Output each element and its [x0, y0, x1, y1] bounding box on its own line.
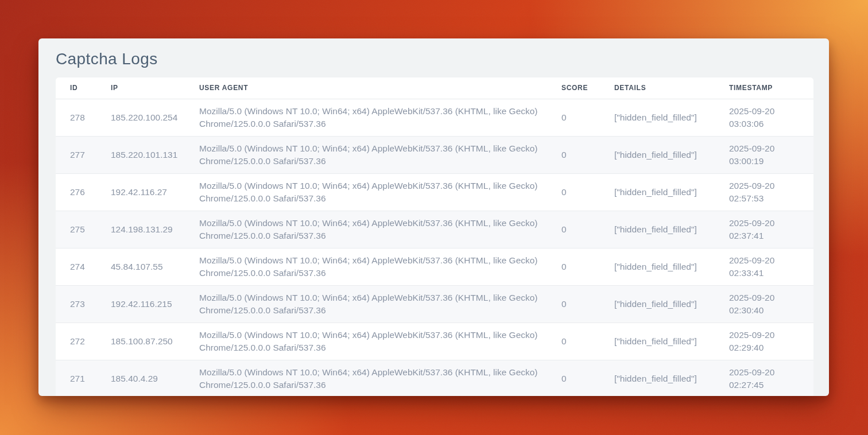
- cell-details: ["hidden_field_filled"]: [614, 99, 729, 136]
- cell-details: ["hidden_field_filled"]: [614, 136, 729, 173]
- cell-id: 271: [56, 360, 111, 396]
- cell-user-agent: Mozilla/5.0 (Windows NT 10.0; Win64; x64…: [199, 99, 561, 136]
- column-header-details: DETAILS: [614, 77, 729, 99]
- cell-ip: 185.100.87.250: [111, 323, 199, 360]
- cell-details: ["hidden_field_filled"]: [614, 285, 729, 323]
- cell-score: 0: [561, 248, 614, 285]
- cell-score: 0: [561, 323, 614, 360]
- cell-id: 272: [56, 323, 111, 360]
- cell-timestamp: 2025-09-20 02:30:40: [729, 285, 813, 323]
- cell-details: ["hidden_field_filled"]: [614, 248, 729, 285]
- cell-user-agent: Mozilla/5.0 (Windows NT 10.0; Win64; x64…: [199, 136, 561, 173]
- cell-ip: 192.42.116.215: [111, 285, 199, 323]
- cell-user-agent: Mozilla/5.0 (Windows NT 10.0; Win64; x64…: [199, 323, 561, 360]
- table-row: 271 185.40.4.29 Mozilla/5.0 (Windows NT …: [56, 360, 813, 396]
- cell-timestamp: 2025-09-20 02:27:45: [729, 360, 813, 396]
- captcha-logs-table: ID IP USER AGENT SCORE DETAILS TIMESTAMP…: [56, 77, 813, 396]
- table-row: 277 185.220.101.131 Mozilla/5.0 (Windows…: [56, 136, 813, 173]
- table-row: 272 185.100.87.250 Mozilla/5.0 (Windows …: [56, 323, 813, 360]
- cell-user-agent: Mozilla/5.0 (Windows NT 10.0; Win64; x64…: [199, 173, 561, 211]
- cell-ip: 124.198.131.29: [111, 211, 199, 248]
- cell-details: ["hidden_field_filled"]: [614, 173, 729, 211]
- cell-id: 276: [56, 173, 111, 211]
- table-row: 273 192.42.116.215 Mozilla/5.0 (Windows …: [56, 285, 813, 323]
- cell-ip: 45.84.107.55: [111, 248, 199, 285]
- column-header-score: SCORE: [561, 77, 614, 99]
- column-header-ip: IP: [111, 77, 199, 99]
- cell-timestamp: 2025-09-20 02:57:53: [729, 173, 813, 211]
- column-header-timestamp: TIMESTAMP: [729, 77, 813, 99]
- table-header: ID IP USER AGENT SCORE DETAILS TIMESTAMP: [56, 77, 813, 99]
- cell-timestamp: 2025-09-20 02:29:40: [729, 323, 813, 360]
- cell-id: 273: [56, 285, 111, 323]
- cell-timestamp: 2025-09-20 02:37:41: [729, 211, 813, 248]
- cell-id: 275: [56, 211, 111, 248]
- captcha-logs-card: Captcha Logs ID IP USER AGENT SCORE DETA…: [38, 38, 829, 396]
- cell-details: ["hidden_field_filled"]: [614, 211, 729, 248]
- cell-ip: 185.220.101.131: [111, 136, 199, 173]
- column-header-id: ID: [56, 77, 111, 99]
- cell-details: ["hidden_field_filled"]: [614, 360, 729, 396]
- cell-score: 0: [561, 285, 614, 323]
- cell-score: 0: [561, 136, 614, 173]
- cell-user-agent: Mozilla/5.0 (Windows NT 10.0; Win64; x64…: [199, 248, 561, 285]
- table-row: 278 185.220.100.254 Mozilla/5.0 (Windows…: [56, 99, 813, 136]
- column-header-user-agent: USER AGENT: [199, 77, 561, 99]
- cell-ip: 192.42.116.27: [111, 173, 199, 211]
- cell-id: 277: [56, 136, 111, 173]
- cell-ip: 185.40.4.29: [111, 360, 199, 396]
- cell-id: 274: [56, 248, 111, 285]
- cell-score: 0: [561, 99, 614, 136]
- cell-user-agent: Mozilla/5.0 (Windows NT 10.0; Win64; x64…: [199, 285, 561, 323]
- table-body: 278 185.220.100.254 Mozilla/5.0 (Windows…: [56, 99, 813, 396]
- table-row: 274 45.84.107.55 Mozilla/5.0 (Windows NT…: [56, 248, 813, 285]
- cell-timestamp: 2025-09-20 03:03:06: [729, 99, 813, 136]
- table-row: 276 192.42.116.27 Mozilla/5.0 (Windows N…: [56, 173, 813, 211]
- cell-score: 0: [561, 211, 614, 248]
- page-title: Captcha Logs: [56, 50, 813, 68]
- cell-user-agent: Mozilla/5.0 (Windows NT 10.0; Win64; x64…: [199, 360, 561, 396]
- cell-score: 0: [561, 173, 614, 211]
- cell-id: 278: [56, 99, 111, 136]
- cell-timestamp: 2025-09-20 03:00:19: [729, 136, 813, 173]
- cell-details: ["hidden_field_filled"]: [614, 323, 729, 360]
- cell-ip: 185.220.100.254: [111, 99, 199, 136]
- table-row: 275 124.198.131.29 Mozilla/5.0 (Windows …: [56, 211, 813, 248]
- cell-score: 0: [561, 360, 614, 396]
- cell-user-agent: Mozilla/5.0 (Windows NT 10.0; Win64; x64…: [199, 211, 561, 248]
- cell-timestamp: 2025-09-20 02:33:41: [729, 248, 813, 285]
